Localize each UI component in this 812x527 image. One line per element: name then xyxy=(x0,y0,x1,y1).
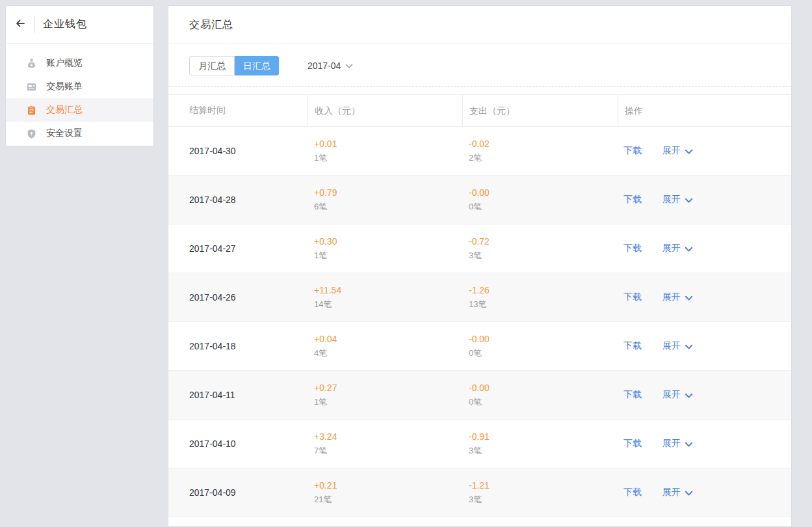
period-dropdown[interactable]: 2017-04 xyxy=(308,61,353,71)
expand-label: 展开 xyxy=(662,438,681,450)
download-link[interactable]: 下载 xyxy=(623,145,642,157)
expense-amount: -0.72 xyxy=(469,236,618,247)
expand-label: 展开 xyxy=(662,389,681,401)
income-cell: +11.54 14笔 xyxy=(308,285,462,310)
settle-date: 2017-04-18 xyxy=(168,341,308,351)
sidebar-header: 企业钱包 xyxy=(6,6,153,44)
download-link[interactable]: 下载 xyxy=(623,194,642,206)
expense-cell: -0.00 0笔 xyxy=(462,383,618,408)
expense-amount: -0.00 xyxy=(469,187,618,198)
col-header-expense: 支出（元） xyxy=(462,95,618,126)
actions-cell: 下载 展开 xyxy=(618,194,791,206)
expand-label: 展开 xyxy=(662,340,681,352)
tab-daily-summary[interactable]: 日汇总 xyxy=(235,56,279,75)
col-header-settle-date: 结算时间 xyxy=(168,105,308,116)
sidebar-item-label: 安全设置 xyxy=(46,128,83,139)
expense-cell: -0.00 0笔 xyxy=(462,187,618,213)
actions-cell: 下载 展开 xyxy=(618,438,791,450)
expense-amount: -1.21 xyxy=(469,480,618,491)
tab-monthly-summary[interactable]: 月汇总 xyxy=(189,56,235,75)
income-amount: +11.54 xyxy=(314,285,462,295)
income-amount: +0.79 xyxy=(314,187,462,198)
chevron-down-icon xyxy=(345,64,353,69)
expense-amount: -0.00 xyxy=(469,334,618,344)
actions-cell: 下载 展开 xyxy=(618,145,791,157)
table-row: 2017-04-28 +0.79 6笔 -0.00 0笔 下载 展开 xyxy=(168,176,791,224)
page-title: 交易汇总 xyxy=(189,18,233,32)
expense-count: 0笔 xyxy=(469,201,618,213)
wallet-title: 企业钱包 xyxy=(43,18,87,31)
income-amount: +0.27 xyxy=(314,383,462,393)
download-link[interactable]: 下载 xyxy=(623,438,642,450)
sidebar-item-transaction-bill[interactable]: 交易账单 xyxy=(6,75,153,98)
income-count: 4笔 xyxy=(314,347,462,359)
income-amount: +0.30 xyxy=(314,236,462,247)
col-header-income: 收入（元） xyxy=(308,95,462,126)
income-cell: +0.79 6笔 xyxy=(308,187,462,213)
download-link[interactable]: 下载 xyxy=(623,389,642,401)
shield-icon xyxy=(25,128,37,139)
chevron-down-icon xyxy=(685,393,693,399)
chevron-down-icon xyxy=(685,344,693,350)
actions-cell: 下载 展开 xyxy=(618,243,791,254)
sidebar-item-account-overview[interactable]: 账户概览 xyxy=(6,51,153,75)
settle-date: 2017-04-26 xyxy=(168,292,308,303)
chevron-down-icon xyxy=(685,247,693,252)
sidebar-item-security-settings[interactable]: 安全设置 xyxy=(6,122,153,145)
table-header-row: 结算时间 收入（元） 支出（元） 操作 xyxy=(168,94,791,127)
download-link[interactable]: 下载 xyxy=(623,340,642,352)
income-count: 1笔 xyxy=(314,250,462,262)
chevron-down-icon xyxy=(685,295,693,301)
expand-link[interactable]: 展开 xyxy=(662,194,693,206)
expense-amount: -0.91 xyxy=(469,431,618,442)
sidebar-item-transaction-summary[interactable]: 交易汇总 xyxy=(6,98,153,122)
expand-link[interactable]: 展开 xyxy=(662,243,693,254)
table-row: 2017-04-30 +0.01 1笔 -0.02 2笔 下载 展开 xyxy=(168,127,791,176)
income-cell: +3.24 7笔 xyxy=(308,431,462,457)
actions-cell: 下载 展开 xyxy=(618,340,791,352)
expand-link[interactable]: 展开 xyxy=(662,145,693,157)
expense-count: 3笔 xyxy=(469,445,618,457)
main-panel: 交易汇总 月汇总 日汇总 2017-04 结算时间 收入（元） 支出（元） 操作… xyxy=(168,5,792,527)
settle-date: 2017-04-09 xyxy=(168,487,308,498)
period-value: 2017-04 xyxy=(308,61,341,71)
chevron-down-icon xyxy=(685,491,693,496)
download-link[interactable]: 下载 xyxy=(623,243,642,254)
main-header: 交易汇总 xyxy=(168,6,791,44)
expense-amount: -0.02 xyxy=(469,139,618,149)
income-amount: +0.01 xyxy=(314,139,462,149)
settle-date: 2017-04-27 xyxy=(168,243,308,254)
summary-table: 结算时间 收入（元） 支出（元） 操作 2017-04-30 +0.01 1笔 … xyxy=(168,94,791,517)
bill-icon xyxy=(25,81,37,92)
expand-link[interactable]: 展开 xyxy=(662,438,693,450)
settle-date: 2017-04-28 xyxy=(168,195,308,205)
income-amount: +0.21 xyxy=(314,480,462,491)
download-link[interactable]: 下载 xyxy=(623,291,642,303)
summary-tab-group: 月汇总 日汇总 xyxy=(189,56,279,75)
download-link[interactable]: 下载 xyxy=(623,487,642,498)
expense-amount: -0.00 xyxy=(469,383,618,393)
income-cell: +0.30 1笔 xyxy=(308,236,462,262)
expense-count: 3笔 xyxy=(469,494,618,506)
expense-cell: -1.21 3笔 xyxy=(462,480,618,506)
income-cell: +0.04 4笔 xyxy=(308,334,462,359)
expense-cell: -0.02 2笔 xyxy=(462,139,618,164)
table-body: 2017-04-30 +0.01 1笔 -0.02 2笔 下载 展开 xyxy=(168,127,791,517)
sidebar-item-label: 交易账单 xyxy=(46,81,83,92)
expand-link[interactable]: 展开 xyxy=(662,291,693,303)
sidebar: 企业钱包 账户概览 交易账单 交易汇总 安全设置 xyxy=(5,5,154,146)
expand-link[interactable]: 展开 xyxy=(662,340,693,352)
chevron-down-icon xyxy=(685,442,693,448)
income-count: 7笔 xyxy=(314,445,462,457)
expand-link[interactable]: 展开 xyxy=(662,487,693,498)
income-count: 21笔 xyxy=(314,494,462,506)
expand-link[interactable]: 展开 xyxy=(662,389,693,401)
actions-cell: 下载 展开 xyxy=(618,487,791,498)
settle-date: 2017-04-30 xyxy=(168,146,308,156)
chevron-down-icon xyxy=(685,149,693,155)
settle-date: 2017-04-10 xyxy=(168,439,308,449)
sidebar-item-label: 交易汇总 xyxy=(46,104,83,116)
back-button[interactable] xyxy=(6,6,34,43)
actions-cell: 下载 展开 xyxy=(618,291,791,303)
expand-label: 展开 xyxy=(662,194,681,206)
